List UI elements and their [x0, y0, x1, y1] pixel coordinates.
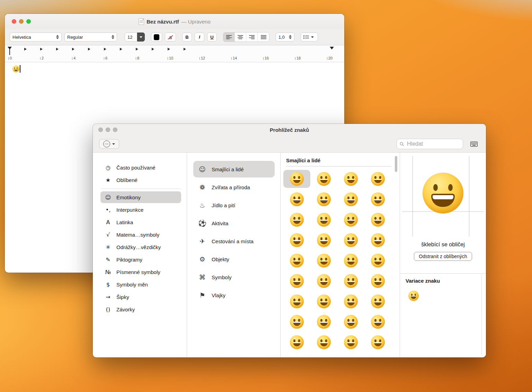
activity-icon: ⚽ — [198, 219, 206, 227]
emoji-category-item[interactable]: ♨ Jídlo a pití — [193, 197, 275, 213]
minimize-button[interactable] — [19, 19, 24, 24]
emoji-category-item[interactable]: ❁ Zvířata a příroda — [193, 179, 275, 195]
emoji-cell[interactable] — [364, 292, 391, 310]
list-style-select[interactable] — [301, 33, 318, 42]
glyph-preview-box — [400, 153, 486, 237]
sidebar-item[interactable]: ✎ Piktogramy — [100, 254, 181, 265]
sidebar-item[interactable]: ★ Oblíbené — [100, 174, 181, 186]
bold-button[interactable]: B — [182, 33, 192, 42]
emoji-cell[interactable] — [310, 313, 337, 331]
emoji-cell[interactable] — [364, 170, 391, 188]
sidebar-item[interactable]: $ Symboly měn — [100, 279, 181, 290]
emoji-category-item[interactable]: ⚽ Aktivita — [193, 215, 275, 231]
ruler-number: 10 — [168, 56, 173, 60]
emoji-face-icon — [344, 315, 358, 329]
emoji-category-item[interactable]: ☺ Smajlíci a lidé — [193, 161, 275, 177]
minimize-button[interactable] — [106, 128, 110, 132]
sidebar-item[interactable]: A Latinka — [100, 216, 181, 228]
emoji-category-item[interactable]: ⚙ Objekty — [193, 251, 275, 267]
character-viewer-content: ◷ Často používané ★ Oblíbené ☺ Emotikony… — [93, 153, 486, 357]
character-viewer-titlebar[interactable]: Prohlížeč znaků — [93, 124, 486, 136]
emoji-cell[interactable] — [283, 333, 310, 351]
font-size-field[interactable]: 12 — [125, 33, 137, 42]
search-input[interactable] — [406, 140, 460, 147]
emoji-cell[interactable] — [310, 211, 337, 229]
sidebar-item[interactable]: √ Matema…symboly — [100, 229, 181, 240]
font-style-select[interactable]: Regular — [64, 33, 117, 42]
emoji-cell[interactable] — [337, 252, 364, 270]
emoji-cell[interactable] — [310, 170, 337, 188]
emoji-cell[interactable] — [337, 170, 364, 188]
italic-button[interactable]: I — [195, 33, 204, 42]
font-size-dropdown[interactable] — [137, 33, 145, 42]
align-center-button[interactable] — [235, 33, 246, 42]
text-color-button[interactable]: a — [165, 33, 176, 42]
remove-favorite-button[interactable]: Odstranit z oblíbených — [414, 252, 472, 261]
emoji-cell[interactable] — [364, 231, 391, 249]
emoji-cell[interactable] — [283, 170, 310, 188]
align-left-button[interactable] — [223, 33, 235, 42]
emoji-cell[interactable] — [283, 231, 310, 249]
sidebar-item[interactable]: ✳ Odrážky…vězdičky — [100, 241, 181, 253]
align-right-button[interactable] — [246, 33, 258, 42]
zoom-button[interactable] — [26, 19, 31, 24]
scrollbar[interactable] — [395, 156, 397, 172]
font-size-control: 12 — [125, 33, 145, 42]
emoji-cell[interactable] — [310, 292, 337, 310]
emoji-cell[interactable] — [364, 190, 391, 208]
sidebar-item[interactable]: •, Interpunkce — [100, 204, 181, 216]
emoji-cell[interactable] — [283, 252, 310, 270]
emoji-category-item[interactable]: ⌘ Symboly — [193, 269, 275, 285]
sidebar-item[interactable]: () Závorky — [100, 303, 181, 315]
emoji-name: šklebící se obličej — [400, 241, 486, 248]
emoji-cell[interactable] — [364, 211, 391, 229]
symbols-icon: ⌘ — [198, 273, 206, 281]
category-sidebar: ◷ Často používané ★ Oblíbené ☺ Emotikony… — [93, 153, 187, 357]
emoji-category-item[interactable]: ✈ Cestování a místa — [193, 233, 275, 249]
emoji-cell[interactable] — [310, 272, 337, 290]
emoji-cell[interactable] — [337, 211, 364, 229]
emoji-cell[interactable] — [337, 190, 364, 208]
sidebar-item[interactable]: ☺ Emotikony — [100, 191, 181, 203]
emoji-cell[interactable] — [310, 231, 337, 249]
sidebar-item[interactable]: ◷ Často používané — [100, 162, 181, 173]
emoji-cell[interactable] — [310, 252, 337, 270]
close-button[interactable] — [98, 128, 103, 132]
format-toolbar: Helvetica Regular 12 a B I U — [5, 29, 344, 45]
emoji-cell[interactable] — [283, 211, 310, 229]
keyboard-button[interactable] — [468, 139, 480, 149]
sidebar-item[interactable]: → Šipky — [100, 291, 181, 303]
close-button[interactable] — [12, 19, 16, 24]
emoji-face-icon — [344, 172, 358, 186]
emoji-cell[interactable] — [337, 333, 364, 351]
emoji-cell[interactable] — [337, 272, 364, 290]
emoji-cell[interactable] — [283, 190, 310, 208]
emoji-cell[interactable] — [364, 252, 391, 270]
emoji-face-icon — [290, 233, 304, 247]
emoji-variant[interactable] — [408, 291, 419, 301]
emoji-cell[interactable] — [283, 272, 310, 290]
sidebar-item[interactable]: № Písmenné symboly — [100, 266, 181, 278]
emoji-cell[interactable] — [310, 333, 337, 351]
align-justify-button[interactable] — [258, 33, 269, 42]
emoji-cell[interactable] — [364, 333, 391, 351]
emoji-cell[interactable] — [364, 272, 391, 290]
textedit-titlebar[interactable]: Bez názvu.rtf — Upraveno — [5, 14, 344, 29]
emoji-cell[interactable] — [283, 313, 310, 331]
line-spacing-select[interactable]: 1,0 — [276, 33, 294, 42]
zoom-button[interactable] — [113, 128, 117, 132]
ruler-number: 18 — [295, 56, 301, 60]
emoji-cell[interactable] — [337, 292, 364, 310]
underline-button[interactable]: U — [207, 33, 217, 42]
emoji-cell[interactable] — [364, 313, 391, 331]
variants-title: Variace znaku — [406, 278, 480, 284]
emoji-cell[interactable] — [283, 292, 310, 310]
font-family-select[interactable]: Helvetica — [10, 33, 62, 42]
search-field[interactable] — [397, 139, 463, 149]
emoji-cell[interactable] — [310, 190, 337, 208]
color-well[interactable] — [151, 33, 162, 42]
emoji-category-item[interactable]: ⚑ Vlajky — [193, 287, 275, 303]
emoji-cell[interactable] — [337, 231, 364, 249]
emoji-cell[interactable] — [337, 313, 364, 331]
action-menu-button[interactable]: ··· — [99, 139, 119, 149]
